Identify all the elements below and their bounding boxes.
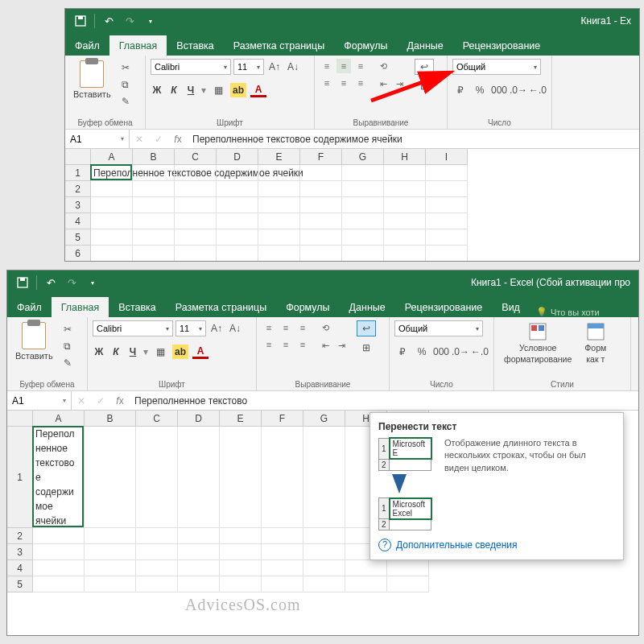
cell[interactable] [342, 246, 384, 262]
cell[interactable] [426, 229, 468, 246]
cell[interactable] [300, 213, 342, 229]
col-header[interactable]: B [133, 149, 175, 165]
paste-button[interactable]: Вставить [12, 320, 56, 362]
fill-color-icon[interactable]: ab [230, 83, 246, 97]
cell[interactable] [217, 181, 258, 197]
cell[interactable] [303, 560, 345, 576]
cell[interactable] [258, 165, 300, 181]
cell[interactable] [85, 576, 136, 592]
cell[interactable]: Переполненное текстовое содержимое ячейк… [91, 165, 133, 181]
underline-button[interactable]: Ч [184, 85, 197, 96]
cell[interactable] [175, 246, 217, 262]
cell[interactable] [384, 229, 426, 246]
align-right-icon[interactable]: ≡ [295, 337, 310, 352]
orientation-icon[interactable]: ⟲ [318, 320, 332, 335]
format-painter-icon[interactable]: ✎ [60, 356, 76, 370]
cell[interactable] [133, 165, 175, 181]
cell[interactable] [175, 213, 217, 229]
borders-icon[interactable]: ▦ [210, 83, 226, 97]
formula-input[interactable]: Переполненное текстово [130, 395, 638, 407]
cell[interactable] [258, 246, 300, 262]
fill-color-icon[interactable]: ab [172, 345, 188, 359]
cell[interactable] [258, 197, 300, 213]
conditional-formatting-button[interactable]: Условное форматирование [499, 320, 576, 365]
align-left-icon[interactable]: ≡ [262, 337, 276, 352]
cell[interactable] [387, 576, 429, 592]
cancel-edit-icon[interactable]: ✕ [72, 395, 91, 407]
cell[interactable] [133, 181, 175, 197]
cell[interactable] [262, 427, 303, 528]
percent-icon[interactable]: % [472, 83, 488, 97]
italic-button[interactable]: К [167, 85, 180, 96]
cell[interactable] [384, 181, 426, 197]
cell[interactable] [133, 197, 175, 213]
cell[interactable] [426, 246, 468, 262]
cell[interactable] [384, 197, 426, 213]
align-bottom-icon[interactable]: ≡ [295, 320, 310, 335]
tab-review[interactable]: Рецензирование [453, 35, 551, 56]
col-header[interactable]: A [33, 411, 85, 427]
cell[interactable] [85, 544, 136, 560]
cell[interactable] [426, 165, 468, 181]
tab-view[interactable]: Вид [492, 297, 530, 317]
cell[interactable] [217, 165, 258, 181]
cell[interactable] [220, 576, 262, 592]
font-name-combo[interactable]: Calibri▾ [93, 320, 173, 336]
cell[interactable] [178, 528, 220, 544]
cell[interactable] [220, 528, 262, 544]
col-header[interactable]: F [300, 149, 342, 165]
cell[interactable] [136, 427, 178, 528]
cell[interactable] [300, 181, 342, 197]
cell[interactable] [85, 427, 136, 528]
name-box[interactable]: A1▾ [7, 391, 72, 410]
increase-decimal-icon[interactable]: .0→ [452, 345, 469, 359]
cell[interactable] [178, 427, 220, 528]
font-color-icon[interactable]: A [250, 83, 266, 97]
cell[interactable] [258, 213, 300, 229]
cell[interactable] [220, 544, 262, 560]
tab-home[interactable]: Главная [52, 297, 109, 317]
cell[interactable] [91, 213, 133, 229]
comma-icon[interactable]: 000 [491, 83, 507, 97]
save-icon[interactable] [14, 274, 31, 291]
align-center-icon[interactable]: ≡ [279, 337, 293, 352]
cell[interactable] [342, 165, 384, 181]
tab-file[interactable]: Файл [65, 35, 109, 56]
cell[interactable] [136, 544, 178, 560]
row-header[interactable]: 4 [7, 560, 33, 576]
align-middle-icon[interactable]: ≡ [336, 59, 351, 73]
cell[interactable] [33, 544, 85, 560]
cell[interactable] [384, 165, 426, 181]
cell[interactable] [133, 213, 175, 229]
borders-icon[interactable]: ▦ [152, 345, 168, 359]
merge-cells-button[interactable]: ⊞ [357, 340, 376, 356]
cell[interactable] [342, 229, 384, 246]
col-header[interactable]: E [258, 149, 300, 165]
decrease-indent-icon[interactable]: ⇤ [318, 338, 332, 353]
row-header[interactable]: 1 [7, 427, 33, 528]
tab-insert[interactable]: Вставка [167, 35, 223, 56]
tab-formulas[interactable]: Формулы [334, 35, 397, 56]
cell[interactable] [217, 213, 258, 229]
tab-file[interactable]: Файл [7, 297, 52, 317]
col-header[interactable]: H [384, 149, 426, 165]
col-header[interactable]: C [136, 411, 178, 427]
tab-home[interactable]: Главная [109, 35, 167, 56]
cell[interactable] [262, 560, 303, 576]
col-header[interactable]: C [175, 149, 217, 165]
cell[interactable] [175, 165, 217, 181]
cell[interactable] [426, 197, 468, 213]
cell[interactable] [178, 560, 220, 576]
font-name-combo[interactable]: Calibri▾ [151, 59, 231, 75]
cell[interactable] [262, 576, 303, 592]
increase-indent-icon[interactable]: ⇥ [334, 338, 349, 353]
cell[interactable] [91, 246, 133, 262]
tooltip-more-link[interactable]: ? Дополнительные сведения [378, 539, 615, 551]
col-header[interactable]: D [217, 149, 258, 165]
cell[interactable] [220, 427, 262, 528]
align-center-icon[interactable]: ≡ [336, 76, 351, 90]
cell[interactable] [133, 229, 175, 246]
cell[interactable] [258, 181, 300, 197]
underline-button[interactable]: Ч [126, 346, 139, 357]
font-size-combo[interactable]: 11▾ [233, 59, 264, 75]
